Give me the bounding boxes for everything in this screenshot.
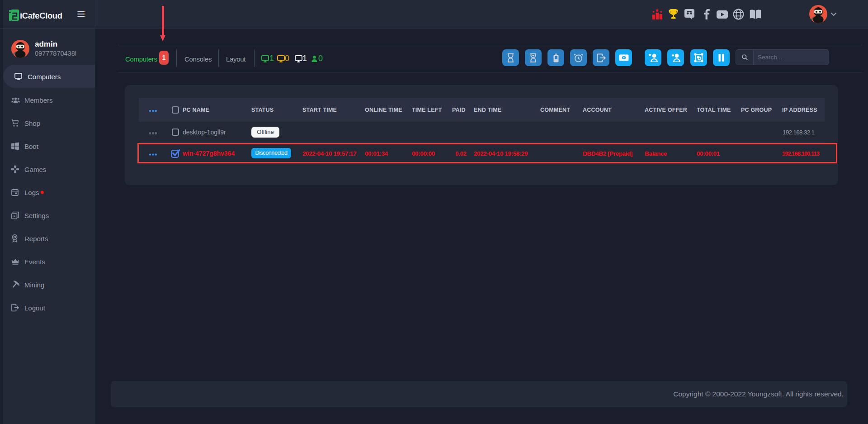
- svg-text:iCafeCloud: iCafeCloud: [20, 11, 62, 20]
